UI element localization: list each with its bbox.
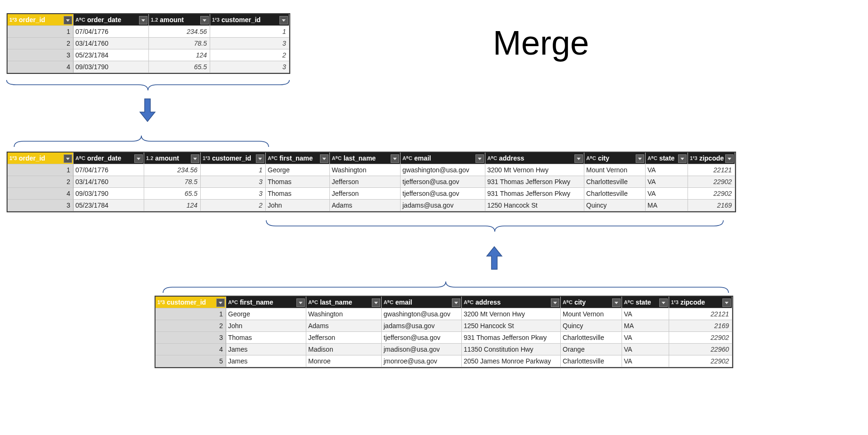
svg-marker-24 [725, 302, 729, 304]
cell-amount: 234.56 [149, 26, 210, 38]
column-type-icon: AᴮC [228, 299, 238, 306]
cell-order_id: 3 [8, 49, 74, 61]
column-header-customer_id[interactable]: 1²3customer_id [210, 14, 289, 26]
column-type-icon: 1²3 [9, 155, 17, 161]
column-header-city[interactable]: AᴮCcity [584, 153, 646, 164]
column-filter-dropdown[interactable] [139, 16, 147, 24]
column-filter-dropdown[interactable] [372, 298, 380, 307]
column-filter-dropdown[interactable] [391, 154, 399, 163]
column-filter-dropdown[interactable] [320, 154, 328, 163]
svg-marker-23 [662, 302, 665, 304]
column-filter-dropdown[interactable] [475, 154, 484, 163]
cell-first_name: George [266, 164, 330, 176]
column-header-last_name[interactable]: AᴮClast_name [306, 297, 382, 308]
column-label: city [598, 154, 609, 162]
cell-zipcode: 2169 [688, 200, 735, 211]
column-label: order_date [87, 154, 121, 162]
column-filter-dropdown[interactable] [574, 154, 583, 163]
column-label: email [395, 298, 412, 306]
column-filter-dropdown[interactable] [200, 16, 209, 24]
column-filter-dropdown[interactable] [636, 154, 644, 163]
column-filter-dropdown[interactable] [452, 298, 460, 307]
column-filter-dropdown[interactable] [678, 154, 687, 163]
column-header-order_date[interactable]: AᴮCorder_date [74, 14, 149, 26]
column-filter-dropdown[interactable] [551, 298, 559, 307]
column-filter-dropdown[interactable] [216, 298, 225, 307]
column-header-order_date[interactable]: AᴮCorder_date [74, 153, 144, 164]
table-row: 1GeorgeWashingtongwashington@usa.gov3200… [156, 308, 732, 320]
svg-marker-19 [374, 302, 378, 304]
column-header-order_id[interactable]: 1²3order_id [8, 153, 74, 164]
column-header-last_name[interactable]: AᴮClast_name [330, 153, 401, 164]
cell-order_date: 07/04/1776 [74, 164, 144, 176]
column-header-address[interactable]: AᴮCaddress [462, 297, 561, 308]
cell-last_name: Madison [306, 344, 382, 355]
column-filter-dropdown[interactable] [725, 154, 734, 163]
cell-customer_id: 4 [156, 344, 226, 355]
column-label: amount [155, 154, 179, 162]
cell-zipcode: 22902 [669, 355, 732, 367]
column-type-icon: 1²3 [203, 155, 210, 161]
cell-customer_id: 5 [156, 355, 226, 367]
column-header-amount[interactable]: 1.2amount [149, 14, 210, 26]
cell-address: 931 Thomas Jefferson Pkwy [462, 332, 561, 344]
column-label: first_name [279, 154, 313, 162]
column-type-icon: AᴮC [75, 17, 85, 23]
cell-order_id: 4 [8, 188, 74, 200]
cell-last_name: Jefferson [330, 188, 401, 200]
bracket-customers [163, 281, 729, 293]
cell-email: gwashington@usa.gov [401, 164, 485, 176]
svg-marker-10 [393, 158, 397, 160]
column-header-state[interactable]: AᴮCstate [622, 297, 669, 308]
cell-city: Quincy [561, 320, 622, 332]
column-filter-dropdown[interactable] [612, 298, 621, 307]
column-filter-dropdown[interactable] [279, 16, 288, 24]
column-type-icon: AᴮC [75, 155, 85, 161]
column-header-first_name[interactable]: AᴮCfirst_name [266, 153, 330, 164]
arrow-down-orders [139, 99, 156, 124]
column-header-first_name[interactable]: AᴮCfirst_name [226, 297, 306, 308]
column-header-city[interactable]: AᴮCcity [561, 297, 622, 308]
column-filter-dropdown[interactable] [722, 298, 731, 307]
cell-customer_id: 3 [210, 61, 289, 73]
bracket-merged-top [14, 135, 269, 147]
column-filter-dropdown[interactable] [64, 16, 72, 24]
column-filter-dropdown[interactable] [64, 154, 72, 163]
cell-email: tjefferson@usa.gov [401, 188, 485, 200]
column-header-email[interactable]: AᴮCemail [401, 153, 485, 164]
column-filter-dropdown[interactable] [296, 298, 305, 307]
cell-email: jadams@usa.gov [382, 320, 462, 332]
column-header-customer_id[interactable]: 1²3customer_id [156, 297, 226, 308]
column-header-amount[interactable]: 1.2amount [144, 153, 201, 164]
column-filter-dropdown[interactable] [134, 154, 143, 163]
column-header-address[interactable]: AᴮCaddress [485, 153, 584, 164]
cell-customer_id: 2 [156, 320, 226, 332]
column-header-zipcode[interactable]: 1²3zipcode [688, 153, 735, 164]
column-type-icon: AᴮC [402, 155, 412, 161]
svg-marker-6 [137, 158, 140, 160]
column-label: state [659, 154, 675, 162]
column-type-icon: AᴮC [384, 299, 393, 306]
column-filter-dropdown[interactable] [256, 154, 264, 163]
column-header-customer_id[interactable]: 1²3customer_id [201, 153, 266, 164]
column-header-state[interactable]: AᴮCstate [646, 153, 688, 164]
cell-amount: 234.56 [144, 164, 201, 176]
column-header-zipcode[interactable]: 1²3zipcode [669, 297, 732, 308]
svg-marker-18 [299, 302, 303, 304]
cell-first_name: John [226, 320, 306, 332]
column-filter-dropdown[interactable] [659, 298, 668, 307]
cell-order_id: 1 [8, 164, 74, 176]
column-type-icon: 1.2 [151, 17, 158, 23]
svg-marker-14 [680, 158, 684, 160]
column-filter-dropdown[interactable] [191, 154, 199, 163]
cell-address: 2050 James Monroe Parkway [462, 355, 561, 367]
svg-marker-9 [322, 158, 326, 160]
column-header-order_id[interactable]: 1²3order_id [8, 14, 74, 26]
column-type-icon: AᴮC [586, 155, 596, 161]
cell-state: VA [646, 188, 688, 200]
table-row: 409/03/179065.53ThomasJeffersontjefferso… [8, 188, 735, 200]
column-header-email[interactable]: AᴮCemail [382, 297, 462, 308]
column-label: order_id [19, 16, 45, 24]
cell-state: MA [622, 320, 669, 332]
column-label: address [475, 298, 501, 306]
